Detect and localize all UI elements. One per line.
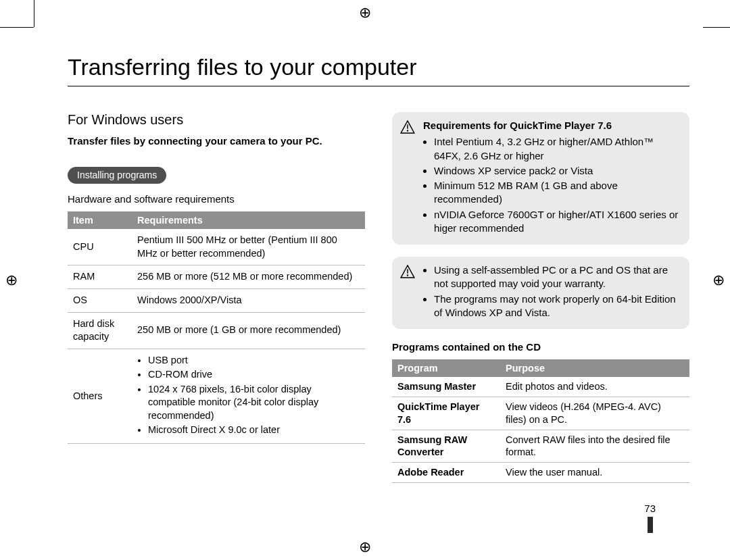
th-purpose: Purpose <box>500 359 689 377</box>
table-row: Samsung RAW Converter Convert RAW files … <box>392 430 689 463</box>
note-bullet: Using a self-assembled PC or a PC and OS… <box>434 263 680 291</box>
table-row: CPU Pentium III 500 MHz or better (Penti… <box>68 229 365 265</box>
note-bullet: Windows XP service pack2 or Vista <box>434 164 680 178</box>
cell-program: QuickTime Player 7.6 <box>392 397 500 430</box>
th-requirements: Requirements <box>132 211 365 229</box>
programs-table: Program Purpose Samsung Master Edit phot… <box>392 359 689 483</box>
cell-item: Hard disk capacity <box>68 312 132 349</box>
page-content: Transferring files to your computer For … <box>68 54 689 533</box>
th-program: Program <box>392 359 500 377</box>
tab-marker-icon <box>648 517 653 533</box>
cell-req: USB port CD-ROM drive 1024 x 768 pixels,… <box>132 349 365 443</box>
others-bullet: 1024 x 768 pixels, 16-bit color display … <box>148 383 360 423</box>
cell-purpose: Edit photos and videos. <box>500 377 689 397</box>
right-column: Requirements for QuickTime Player 7.6 In… <box>392 112 689 483</box>
th-item: Item <box>68 211 132 229</box>
programs-heading: Programs contained on the CD <box>392 341 689 353</box>
page-title: Transferring files to your computer <box>68 54 689 86</box>
others-bullet: CD-ROM drive <box>148 368 360 382</box>
cell-item: RAM <box>68 265 132 289</box>
note-bullet: The programs may not work properly on 64… <box>434 292 680 320</box>
crop-mark <box>0 27 34 28</box>
cell-purpose: View videos (H.264 (MPEG-4. AVC) files) … <box>500 397 689 430</box>
section-title: For Windows users <box>68 112 365 128</box>
svg-point-2 <box>407 130 408 131</box>
svg-point-5 <box>407 274 408 276</box>
note-title: Requirements for QuickTime Player 7.6 <box>423 119 680 132</box>
cell-item: CPU <box>68 229 132 265</box>
cell-program: Samsung RAW Converter <box>392 430 500 463</box>
registration-mark-icon: ⊕ <box>359 540 371 555</box>
cell-req: Pentium III 500 MHz or better (Pentium I… <box>132 229 365 265</box>
cell-item: OS <box>68 288 132 312</box>
hw-heading: Hardware and software requirements <box>68 193 365 205</box>
table-row: Samsung Master Edit photos and videos. <box>392 377 689 397</box>
requirements-table: Item Requirements CPU Pentium III 500 MH… <box>68 211 365 444</box>
warning-icon <box>400 120 415 134</box>
table-row: Adobe Reader View the user manual. <box>392 463 689 483</box>
cell-program: Samsung Master <box>392 377 500 397</box>
registration-mark-icon: ⊕ <box>712 273 725 288</box>
others-bullet: Microsoft Direct X 9.0c or later <box>148 424 360 437</box>
lead-text: Transfer files by connecting your camera… <box>68 134 365 148</box>
cell-program: Adobe Reader <box>392 463 500 483</box>
note-quicktime-requirements: Requirements for QuickTime Player 7.6 In… <box>392 112 689 245</box>
page-number: 73 <box>644 503 656 533</box>
cell-purpose: View the user manual. <box>500 463 689 483</box>
table-row: QuickTime Player 7.6 View videos (H.264 … <box>392 397 689 430</box>
table-row: Others USB port CD-ROM drive 1024 x 768 … <box>68 349 365 443</box>
warning-icon <box>400 265 415 278</box>
table-row: RAM 256 MB or more (512 MB or more recom… <box>68 265 365 289</box>
page-number-text: 73 <box>644 503 656 514</box>
note-warranty: Using a self-assembled PC or a PC and OS… <box>392 257 689 329</box>
note-bullet: Intel Pentium 4, 3.2 GHz or higher/AMD A… <box>434 135 680 163</box>
registration-mark-icon: ⊕ <box>5 273 18 288</box>
crop-mark <box>34 0 34 27</box>
registration-mark-icon: ⊕ <box>359 5 371 20</box>
crop-mark <box>703 27 730 28</box>
cell-purpose: Convert RAW files into the desired file … <box>500 430 689 463</box>
note-bullet: Minimum 512 MB RAM (1 GB and above recom… <box>434 179 680 207</box>
table-row: OS Windows 2000/XP/Vista <box>68 288 365 312</box>
table-row: Hard disk capacity 250 MB or more (1 GB … <box>68 312 365 349</box>
cell-req: Windows 2000/XP/Vista <box>132 288 365 312</box>
note-bullet: nVIDIA Geforce 7600GT or higher/ATI X160… <box>434 208 680 236</box>
cell-req: 250 MB or more (1 GB or more recommended… <box>132 312 365 349</box>
installing-programs-pill: Installing programs <box>68 167 166 184</box>
cell-item: Others <box>68 349 132 443</box>
others-bullet: USB port <box>148 354 360 367</box>
left-column: For Windows users Transfer files by conn… <box>68 112 365 483</box>
cell-req: 256 MB or more (512 MB or more recommend… <box>132 265 365 289</box>
